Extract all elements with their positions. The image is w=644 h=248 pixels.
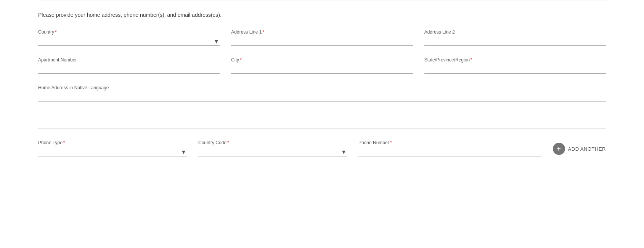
address-row-1: Country * ▾ Address Line 1 * bbox=[38, 29, 606, 46]
apartment-number-label-text: Apartment Number bbox=[38, 57, 77, 63]
city-input[interactable] bbox=[231, 64, 413, 74]
address-line1-label: Address Line 1 * bbox=[231, 29, 413, 35]
phone-number-label-text: Phone Number bbox=[358, 140, 389, 145]
address-line2-label-text: Address Line 2 bbox=[424, 29, 455, 35]
state-province-region-label-text: State/Province/Region bbox=[424, 57, 470, 63]
phone-type-select-wrapper: ▾ bbox=[38, 147, 187, 156]
bottom-divider bbox=[38, 172, 606, 172]
address-section: Country * ▾ Address Line 1 * bbox=[38, 26, 606, 124]
home-address-native-label: Home Address in Native Language bbox=[38, 85, 606, 90]
phone-section: Phone Type * ▾ Country Code * bbox=[38, 140, 606, 168]
state-province-region-input[interactable] bbox=[424, 64, 606, 74]
phone-type-required-marker: * bbox=[63, 140, 65, 145]
phone-number-label: Phone Number * bbox=[358, 140, 541, 145]
phone-number-input[interactable] bbox=[358, 147, 541, 156]
country-label-text: Country bbox=[38, 29, 54, 35]
apartment-number-field: Apartment Number bbox=[38, 57, 220, 74]
phone-type-select[interactable] bbox=[38, 147, 187, 156]
section-description: Please provide your home address, phone … bbox=[38, 0, 606, 26]
phone-type-label-text: Phone Type bbox=[38, 140, 63, 145]
country-code-select[interactable] bbox=[198, 147, 347, 156]
address-row-2: Apartment Number City * State/Province/R… bbox=[38, 57, 606, 74]
country-select[interactable] bbox=[38, 36, 220, 46]
city-label-text: City bbox=[231, 57, 239, 63]
home-address-native-field: Home Address in Native Language bbox=[38, 85, 606, 101]
state-required-marker: * bbox=[471, 57, 472, 63]
address-line1-input[interactable] bbox=[231, 36, 413, 46]
address-row-3: Home Address in Native Language bbox=[38, 85, 606, 101]
country-code-select-wrapper: ▾ bbox=[198, 147, 347, 156]
phone-type-field: Phone Type * ▾ bbox=[38, 140, 187, 156]
address-line2-field: Address Line 2 bbox=[424, 29, 606, 46]
country-code-label-text: Country Code bbox=[198, 140, 226, 145]
phone-row: Phone Type * ▾ Country Code * bbox=[38, 140, 606, 156]
description-text: Please provide your home address, phone … bbox=[38, 12, 222, 18]
country-code-required-marker: * bbox=[227, 140, 229, 145]
address-line1-label-text: Address Line 1 bbox=[231, 29, 262, 35]
home-address-native-label-text: Home Address in Native Language bbox=[38, 85, 109, 90]
apartment-number-label: Apartment Number bbox=[38, 57, 220, 63]
country-code-field: Country Code * ▾ bbox=[198, 140, 347, 156]
home-address-native-input[interactable] bbox=[38, 92, 606, 101]
country-code-label: Country Code * bbox=[198, 140, 347, 145]
page-wrapper: Please provide your home address, phone … bbox=[0, 0, 644, 248]
add-another-icon: + bbox=[553, 143, 565, 155]
state-province-region-field: State/Province/Region * bbox=[424, 57, 606, 74]
add-another-label: ADD ANOTHER bbox=[568, 146, 606, 152]
city-required-marker: * bbox=[240, 57, 242, 63]
city-field: City * bbox=[231, 57, 413, 74]
country-label: Country * bbox=[38, 29, 220, 35]
country-required-marker: * bbox=[55, 29, 57, 35]
middle-divider bbox=[38, 128, 606, 129]
address-line2-input[interactable] bbox=[424, 36, 606, 46]
phone-number-required-marker: * bbox=[390, 140, 392, 145]
phone-type-label: Phone Type * bbox=[38, 140, 187, 145]
state-province-region-label: State/Province/Region * bbox=[424, 57, 606, 63]
address-line1-field: Address Line 1 * bbox=[231, 29, 413, 46]
country-field: Country * ▾ bbox=[38, 29, 220, 46]
phone-number-field: Phone Number * bbox=[358, 140, 541, 156]
add-another-button[interactable]: + ADD ANOTHER bbox=[553, 143, 606, 156]
country-select-wrapper: ▾ bbox=[38, 36, 220, 46]
address-line1-required-marker: * bbox=[262, 29, 264, 35]
apartment-number-input[interactable] bbox=[38, 64, 220, 74]
city-label: City * bbox=[231, 57, 413, 63]
address-line2-label: Address Line 2 bbox=[424, 29, 606, 35]
